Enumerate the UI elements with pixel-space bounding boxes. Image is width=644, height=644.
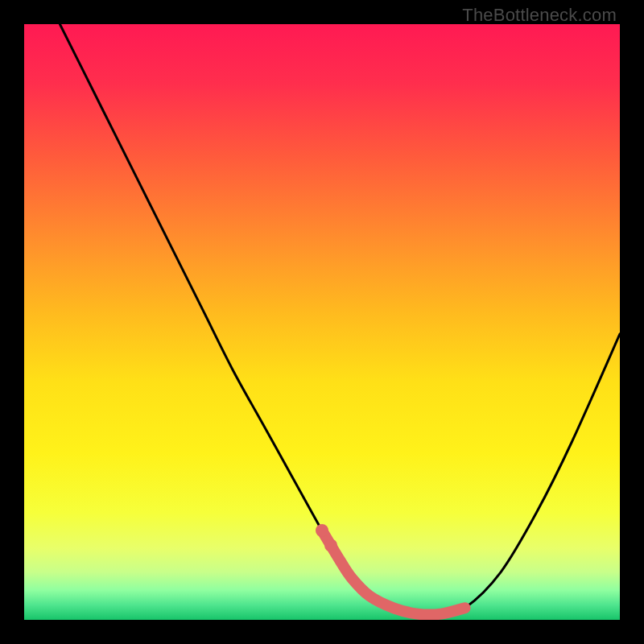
curve-layer [24,24,620,620]
highlight-dot [316,524,328,537]
highlight-dot [324,539,337,552]
bottleneck-curve [60,24,620,615]
watermark-text: TheBottleneck.com [462,5,617,26]
highlight-segment [322,530,465,615]
plot-area [24,24,620,620]
